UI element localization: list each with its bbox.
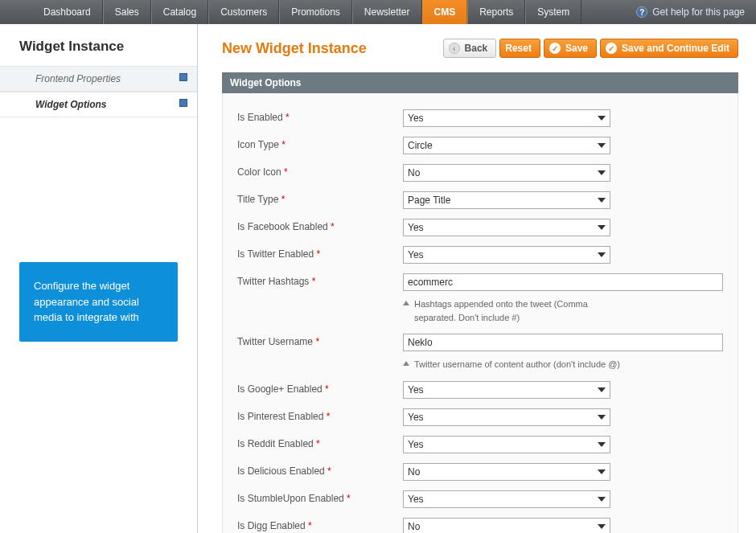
- hint-triangle-icon: [403, 301, 409, 305]
- info-box: Configure the widget appearance and soci…: [19, 262, 178, 342]
- field-hint-row: Twitter username of content author (don'…: [237, 358, 723, 371]
- is-reddit-select[interactable]: Yes: [403, 436, 610, 453]
- required-marker: *: [315, 336, 319, 347]
- form-row-is-enabled: Is Enabled *Yes: [237, 105, 723, 132]
- required-marker: *: [312, 276, 316, 287]
- field-label: Is Twitter Enabled *: [237, 246, 403, 260]
- form-row-is-reddit: Is Reddit Enabled *Yes: [237, 431, 723, 458]
- field-hint-row: Hashtags appended onto the tweet (Comma …: [237, 297, 723, 324]
- field-control: No: [403, 164, 610, 182]
- field-control: Yes: [403, 490, 610, 508]
- form-row-is-google: Is Google+ Enabled *Yes: [237, 376, 723, 404]
- back-button[interactable]: ‹ Back: [443, 39, 497, 58]
- required-marker: *: [347, 493, 351, 504]
- required-marker: *: [286, 112, 290, 123]
- form-row-icon-type: Icon Type *Circle: [237, 132, 723, 159]
- reset-label: Reset: [505, 43, 532, 54]
- field-control: Yes: [403, 408, 610, 426]
- field-label: Is Digg Enabled *: [237, 518, 403, 531]
- is-delicious-select[interactable]: No: [403, 463, 610, 481]
- section-header: Widget Options: [222, 72, 738, 93]
- required-marker: *: [308, 520, 312, 531]
- required-marker: *: [327, 465, 331, 477]
- field-label: Color Icon *: [237, 164, 403, 178]
- field-label: Is Pinterest Enabled *: [237, 408, 403, 422]
- tab-icon: [179, 73, 187, 81]
- field-control: No: [403, 463, 610, 481]
- is-enabled-select[interactable]: Yes: [403, 109, 610, 127]
- field-label: Twitter Username *: [237, 334, 403, 347]
- field-label: Is Enabled *: [237, 109, 403, 123]
- title-type-select[interactable]: Page Title: [403, 191, 610, 209]
- save-button[interactable]: ✓ Save: [544, 39, 597, 58]
- field-control: No: [403, 518, 610, 534]
- check-icon: ✓: [606, 43, 617, 54]
- color-icon-select[interactable]: No: [403, 164, 610, 182]
- check-icon: ✓: [549, 43, 561, 54]
- save-continue-button[interactable]: ✓ Save and Continue Edit: [600, 39, 738, 58]
- form-row-title-type: Title Type *Page Title: [237, 187, 723, 214]
- sidebar-tab-label: Widget Options: [35, 99, 107, 110]
- back-label: Back: [465, 43, 488, 54]
- action-bar: ‹ Back Reset ✓ Save ✓ Save and Continue …: [443, 39, 738, 58]
- twitter-hashtags-input[interactable]: [403, 273, 723, 291]
- field-control: Yes: [403, 436, 610, 453]
- form-row-is-pinterest: Is Pinterest Enabled *Yes: [237, 404, 723, 431]
- hint-triangle-icon: [403, 361, 409, 366]
- required-marker: *: [284, 166, 288, 178]
- page-title: New Widget Instance: [222, 40, 367, 57]
- form-row-color-icon: Color Icon *No: [237, 159, 723, 187]
- save-label: Save: [565, 43, 588, 54]
- top-navigation: DashboardSalesCatalogCustomersPromotions…: [0, 0, 756, 24]
- nav-item-customers[interactable]: Customers: [208, 0, 279, 24]
- form-area: Is Enabled *YesIcon Type *CircleColor Ic…: [222, 93, 738, 533]
- help-link[interactable]: ? Get help for this page: [636, 0, 745, 24]
- field-label: Is Facebook Enabled *: [237, 219, 403, 232]
- nav-item-dashboard[interactable]: Dashboard: [32, 0, 103, 24]
- sidebar-tab-frontend-properties[interactable]: Frontend Properties: [0, 66, 197, 92]
- is-twitter-select[interactable]: Yes: [403, 246, 610, 264]
- nav-item-promotions[interactable]: Promotions: [279, 0, 352, 24]
- required-marker: *: [325, 383, 329, 395]
- nav-item-cms[interactable]: CMS: [422, 0, 468, 24]
- required-marker: *: [316, 438, 320, 449]
- icon-type-select[interactable]: Circle: [403, 137, 610, 154]
- is-facebook-select[interactable]: Yes: [403, 219, 610, 236]
- is-google-select[interactable]: Yes: [403, 381, 610, 399]
- form-row-twitter-hashtags: Twitter Hashtags *: [237, 269, 723, 296]
- is-digg-select[interactable]: No: [403, 518, 610, 534]
- field-control: Yes: [403, 219, 610, 236]
- field-label: Is Delicious Enabled *: [237, 463, 403, 477]
- field-label: Is StumbleUpon Enabled *: [237, 490, 403, 504]
- reset-button[interactable]: Reset: [499, 39, 540, 58]
- field-control: Circle: [403, 137, 610, 154]
- twitter-username-input[interactable]: [403, 334, 723, 351]
- is-stumbleupon-select[interactable]: Yes: [403, 490, 610, 508]
- nav-item-system[interactable]: System: [525, 0, 581, 24]
- sidebar-tabs: Frontend PropertiesWidget Options: [0, 66, 197, 117]
- main-menu: DashboardSalesCatalogCustomersPromotions…: [32, 0, 581, 24]
- sidebar-tab-widget-options[interactable]: Widget Options: [0, 92, 197, 117]
- nav-item-sales[interactable]: Sales: [103, 0, 151, 24]
- field-label: Icon Type *: [237, 137, 403, 150]
- field-hint: Hashtags appended onto the tweet (Comma …: [414, 297, 623, 324]
- is-pinterest-select[interactable]: Yes: [403, 408, 610, 426]
- nav-item-reports[interactable]: Reports: [467, 0, 525, 24]
- save-continue-label: Save and Continue Edit: [622, 43, 729, 54]
- required-marker: *: [281, 194, 286, 205]
- form-row-is-digg: Is Digg Enabled *No: [237, 513, 723, 534]
- field-label: Is Reddit Enabled *: [237, 436, 403, 449]
- main-content: New Widget Instance ‹ Back Reset ✓ Save …: [198, 24, 756, 533]
- sidebar-title: Widget Instance: [0, 24, 197, 66]
- nav-item-catalog[interactable]: Catalog: [151, 0, 208, 24]
- required-marker: *: [327, 411, 331, 422]
- sidebar-tab-label: Frontend Properties: [35, 73, 121, 84]
- field-label: Title Type *: [237, 191, 403, 205]
- nav-item-newsletter[interactable]: Newsletter: [352, 0, 422, 24]
- form-row-is-facebook: Is Facebook Enabled *Yes: [237, 214, 723, 241]
- field-label: Twitter Hashtags *: [237, 273, 403, 287]
- field-label: Is Google+ Enabled *: [237, 381, 403, 395]
- help-label: Get help for this page: [652, 6, 745, 18]
- form-row-is-stumbleupon: Is StumbleUpon Enabled *Yes: [237, 486, 723, 513]
- tab-icon: [179, 99, 187, 107]
